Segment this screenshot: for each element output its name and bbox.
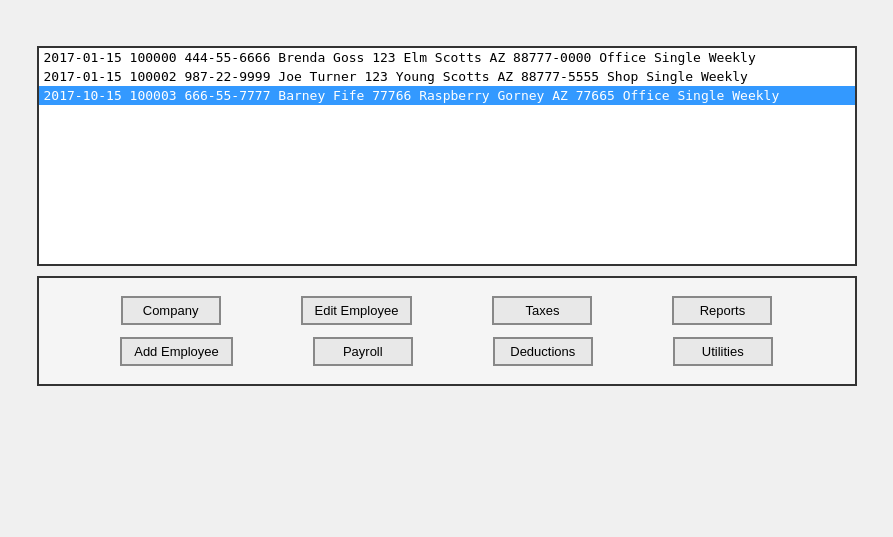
list-item[interactable]: 2017-01-15 100000 444-55-6666 Brenda Gos… bbox=[39, 48, 855, 67]
list-item[interactable]: 2017-01-15 100002 987-22-9999 Joe Turner… bbox=[39, 67, 855, 86]
payroll-button[interactable]: Payroll bbox=[313, 337, 413, 366]
reports-button[interactable]: Reports bbox=[672, 296, 772, 325]
utilities-button[interactable]: Utilities bbox=[673, 337, 773, 366]
edit-employee-button[interactable]: Edit Employee bbox=[301, 296, 413, 325]
add-employee-button[interactable]: Add Employee bbox=[120, 337, 233, 366]
button-row-1: Company Edit Employee Taxes Reports bbox=[49, 296, 845, 325]
button-row-2: Add Employee Payroll Deductions Utilitie… bbox=[49, 337, 845, 366]
header bbox=[0, 0, 893, 36]
employee-list: 2017-01-15 100000 444-55-6666 Brenda Gos… bbox=[39, 48, 855, 105]
taxes-button[interactable]: Taxes bbox=[492, 296, 592, 325]
employee-list-container[interactable]: 2017-01-15 100000 444-55-6666 Brenda Gos… bbox=[37, 46, 857, 266]
list-item[interactable]: 2017-10-15 100003 666-55-7777 Barney Fif… bbox=[39, 86, 855, 105]
button-panel: Company Edit Employee Taxes Reports Add … bbox=[37, 276, 857, 386]
company-button[interactable]: Company bbox=[121, 296, 221, 325]
deductions-button[interactable]: Deductions bbox=[493, 337, 593, 366]
main-content: 2017-01-15 100000 444-55-6666 Brenda Gos… bbox=[0, 36, 893, 396]
